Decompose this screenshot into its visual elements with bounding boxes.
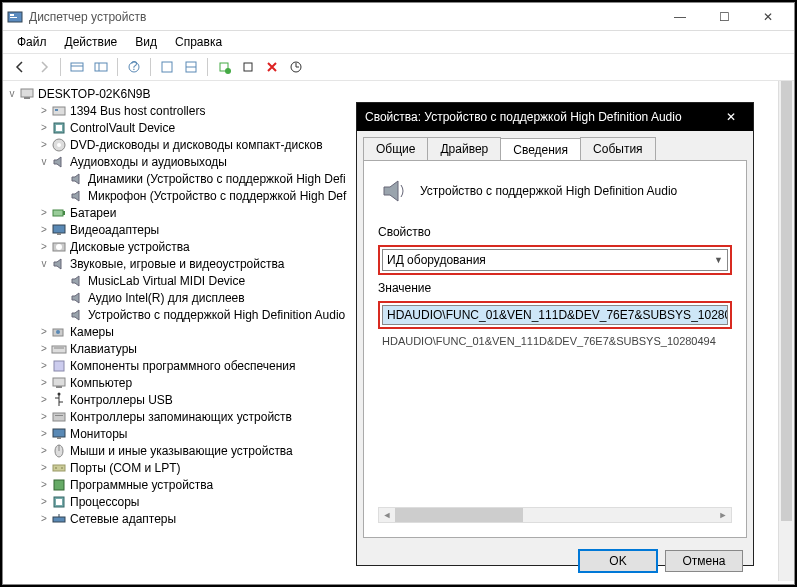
svg-rect-26 [53,225,65,233]
speaker-icon [69,188,85,204]
battery-icon [51,205,67,221]
menu-action[interactable]: Действие [57,33,126,51]
expand-icon[interactable]: > [37,377,51,388]
scrollbar-thumb[interactable] [781,81,792,521]
dialog-close-button[interactable]: ✕ [717,103,745,131]
tab-details[interactable]: Сведения [500,138,581,161]
tree-scrollbar[interactable] [778,81,794,581]
titlebar: Диспетчер устройств — ☐ ✕ [3,3,794,31]
speaker-icon [69,290,85,306]
tab-events[interactable]: События [580,137,656,160]
svg-rect-25 [63,211,65,215]
expand-icon[interactable]: > [37,496,51,507]
tab-panel-details: Устройство с поддержкой High Definition … [363,160,747,538]
highlight-box-property: ИД оборудования ▼ [378,245,732,275]
expand-icon[interactable]: > [37,139,51,150]
tab-general[interactable]: Общие [363,137,428,160]
forward-button[interactable] [33,56,55,78]
property-combobox[interactable]: ИД оборудования ▼ [382,249,728,271]
expand-icon[interactable]: > [37,462,51,473]
usb-icon [51,392,67,408]
tree-node-label: Динамики (Устройство с поддержкой High D… [88,172,346,186]
mouse-icon [51,443,67,459]
expand-icon[interactable]: > [37,343,51,354]
storage-icon [51,409,67,425]
expand-icon[interactable]: > [37,411,51,422]
expand-icon[interactable]: v [37,156,51,167]
camera-icon [51,324,67,340]
tree-root[interactable]: v DESKTOP-02K6N9B [5,85,792,102]
speaker-icon [378,175,410,207]
svg-rect-9 [162,62,172,72]
value-listbox[interactable]: HDAUDIO\FUNC_01&VEN_111D&DEV_76E7&SUBSYS… [382,305,728,325]
expand-icon[interactable]: > [37,105,51,116]
svg-rect-19 [55,109,58,111]
svg-rect-1 [10,14,14,16]
expand-icon[interactable]: v [37,258,51,269]
expand-icon[interactable]: > [37,207,51,218]
uninstall-button[interactable] [237,56,259,78]
expand-icon[interactable]: > [37,428,51,439]
scrollbar-thumb[interactable] [395,508,523,522]
delete-button[interactable] [261,56,283,78]
expand-icon[interactable]: > [37,479,51,490]
ok-button[interactable]: OK [579,550,657,572]
help-button[interactable]: ? [123,56,145,78]
dialog-title: Свойства: Устройство с поддержкой High D… [365,110,717,124]
tool-2[interactable] [180,56,202,78]
svg-rect-36 [56,386,62,388]
port-icon [51,460,67,476]
tool-1[interactable] [156,56,178,78]
keyboard-icon [51,341,67,357]
dialog-buttons: OK Отмена [357,544,753,578]
menu-view[interactable]: Вид [127,33,165,51]
maximize-button[interactable]: ☐ [702,3,746,31]
svg-rect-18 [53,107,65,115]
chevron-down-icon: ▼ [714,255,723,265]
app-icon [7,9,23,25]
horizontal-scrollbar[interactable]: ◄ ► [378,507,732,523]
update-driver-button[interactable] [285,56,307,78]
svg-rect-27 [57,233,61,235]
value-row-selected[interactable]: HDAUDIO\FUNC_01&VEN_111D&DEV_76E7&SUBSYS… [383,306,727,324]
expand-icon[interactable]: > [37,394,51,405]
window-controls: — ☐ ✕ [658,3,790,31]
computer-icon [51,375,67,391]
back-button[interactable] [9,56,31,78]
scroll-right-icon[interactable]: ► [715,508,731,522]
device-name: Устройство с поддержкой High Definition … [420,184,677,198]
expand-icon[interactable]: > [37,513,51,524]
tree-root-label: DESKTOP-02K6N9B [38,87,151,101]
dialog-tabs: Общие Драйвер Сведения События [357,131,753,160]
minimize-button[interactable]: — [658,3,702,31]
cancel-button[interactable]: Отмена [665,550,743,572]
svg-point-29 [56,244,62,250]
expand-icon[interactable]: > [37,224,51,235]
svg-rect-47 [54,480,64,490]
tree-node-label: Мониторы [70,427,127,441]
tree-node-label: Батареи [70,206,116,220]
menu-file[interactable]: Файл [9,33,55,51]
dialog-titlebar[interactable]: Свойства: Устройство с поддержкой High D… [357,103,753,131]
expand-icon[interactable]: v [5,88,19,99]
scan-hardware-button[interactable] [213,56,235,78]
svg-rect-21 [56,125,62,131]
expand-icon[interactable]: > [37,360,51,371]
chip-icon [51,120,67,136]
close-button[interactable]: ✕ [746,3,790,31]
expand-icon[interactable]: > [37,241,51,252]
svg-point-37 [58,392,61,395]
value-row[interactable]: HDAUDIO\FUNC_01&VEN_111D&DEV_76E7&SUBSYS… [378,333,732,349]
scroll-left-icon[interactable]: ◄ [379,508,395,522]
svg-rect-38 [53,413,65,421]
view-buttons-2[interactable] [90,56,112,78]
tree-node-label: Компоненты программного обеспечения [70,359,296,373]
tab-driver[interactable]: Драйвер [427,137,501,160]
view-buttons-1[interactable] [66,56,88,78]
menu-help[interactable]: Справка [167,33,230,51]
svg-rect-40 [53,429,65,437]
expand-icon[interactable]: > [37,122,51,133]
disk-icon [51,239,67,255]
expand-icon[interactable]: > [37,445,51,456]
expand-icon[interactable]: > [37,326,51,337]
